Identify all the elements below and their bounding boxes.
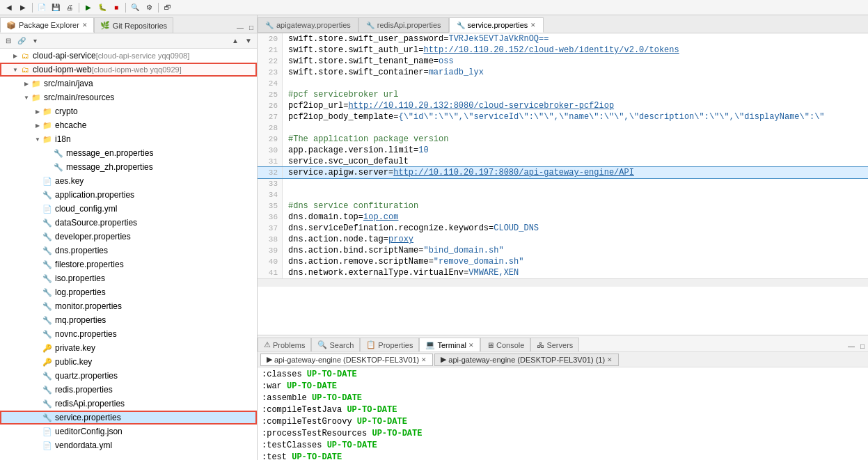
toolbar-btn-new[interactable]: 📄: [35, 1, 48, 14]
tab-problems[interactable]: ⚠ Problems: [258, 338, 311, 351]
terminal-tab-close[interactable]: ✕: [468, 342, 474, 349]
left-panel-minimize[interactable]: —: [235, 22, 246, 33]
toolbar-btn-back[interactable]: ◀: [3, 1, 15, 14]
toolbar-btn-stop[interactable]: ■: [110, 1, 123, 14]
redisapi-tab-label: redisApi.properties: [377, 21, 441, 29]
mq-label: mq.properties: [55, 315, 106, 325]
cloud-api-branch: [cloud-api-service yqq0908]: [96, 51, 190, 60]
line-content-32: service.apigw.server=http://10.110.20.19…: [283, 167, 634, 178]
link-editor-btn[interactable]: 🔗: [16, 35, 27, 47]
explorer-scroll-down[interactable]: ▼: [243, 35, 254, 47]
collapse-all-btn[interactable]: ⊟: [3, 35, 14, 47]
toolbar-btn-settings[interactable]: ⚙: [143, 1, 155, 14]
project-icon-cloud-api: 🗂: [19, 50, 31, 61]
line-num-22: 22: [258, 56, 283, 67]
tree-item-service-props[interactable]: 🔧 service.properties: [0, 411, 257, 425]
tree-item-i18n[interactable]: ▼ 📁 i18n: [0, 132, 257, 146]
terminal-tab-2[interactable]: ▶ api-gateway-engine (DESKTOP-FEL3V01) (…: [434, 354, 619, 366]
code-line-34: 34: [258, 189, 868, 200]
tab-apigateway-props[interactable]: 🔧 apigateway.properties: [258, 17, 358, 33]
file-icon-redis: 🔧: [42, 384, 53, 395]
file-icon-service-props: 🔧: [42, 412, 53, 423]
toolbar-btn-search[interactable]: 🔍: [129, 1, 141, 14]
file-icon-aes: 📄: [42, 175, 53, 187]
toolbar-btn-print[interactable]: 🖨: [63, 1, 76, 14]
tree-item-log[interactable]: 🔧 log.properties: [0, 285, 257, 299]
tree-item-datasource[interactable]: 🔧 dataSource.properties: [0, 216, 257, 230]
tree-item-novnc[interactable]: 🔧 novnc.properties: [0, 327, 257, 341]
code-line-38: 38 dns.action.node.tag=proxy: [258, 234, 868, 245]
tree-item-iso[interactable]: 🔧 iso.properties: [0, 271, 257, 285]
line-content-20: swift.store.swift_user_password=TVRJek5E…: [283, 33, 549, 45]
toolbar-btn-run[interactable]: ▶: [82, 1, 95, 14]
tree-item-monitor[interactable]: 🔧 monitor.properties: [0, 299, 257, 313]
tree-item-src-resources[interactable]: ▼ 📁 src/main/resources: [0, 90, 257, 104]
service-tab-close[interactable]: ✕: [530, 22, 536, 29]
tree-item-src-main-java[interactable]: ▶ 📁 src/main/java: [0, 77, 257, 90]
tab-package-explorer[interactable]: 📦 Package Explorer ✕: [0, 17, 94, 33]
search-icon: 🔍: [317, 340, 327, 349]
tree-item-crypto[interactable]: ▶ 📁 crypto: [0, 104, 257, 118]
arrow-src-java: ▶: [22, 81, 31, 87]
crypto-label: crypto: [55, 106, 78, 116]
tree-item-aes-key[interactable]: 📄 aes.key: [0, 174, 257, 188]
terminal-tab-2-close[interactable]: ✕: [607, 356, 613, 363]
ueditor-label: ueditorConfig.json: [55, 427, 123, 436]
tree-item-redis[interactable]: 🔧 redis.properties: [0, 383, 257, 397]
tree-item-developer[interactable]: 🔧 developer.properties: [0, 230, 257, 244]
tab-service-props[interactable]: 🔧 service.properties ✕: [449, 17, 544, 33]
tab-search[interactable]: 🔍 Search: [311, 338, 360, 351]
arrow-src-res: ▼: [22, 95, 31, 101]
explorer-scroll-up[interactable]: ▲: [230, 35, 241, 47]
explorer-menu-btn[interactable]: ▾: [29, 35, 40, 47]
file-icon-dns: 🔧: [42, 245, 53, 256]
tab-properties[interactable]: 📋 Properties: [360, 338, 419, 351]
term-line-compiletestjava: :compileTestJava UP-TO-DATE: [262, 404, 864, 416]
tree-item-cloud-api[interactable]: ▶ 🗂 cloud-api-service [cloud-api-service…: [0, 49, 257, 63]
developer-label: developer.properties: [55, 232, 131, 241]
tree-item-public-key[interactable]: 🔑 public.key: [0, 355, 257, 369]
properties-icon: 📋: [366, 340, 376, 349]
tree-item-filestore[interactable]: 🔧 filestore.properties: [0, 257, 257, 271]
tab-servers[interactable]: 🖧 Servers: [530, 338, 579, 351]
tab-redisapi-props[interactable]: 🔧 redisApi.properties: [358, 17, 449, 33]
toolbar-btn-debug[interactable]: 🐛: [96, 1, 109, 14]
tab-console[interactable]: 🖥 Console: [480, 338, 530, 351]
bottom-panel-maximize[interactable]: □: [857, 340, 868, 351]
tree-item-cloud-config[interactable]: 📄 cloud_config.yml: [0, 202, 257, 216]
tree-item-application-props[interactable]: 🔧 application.properties: [0, 188, 257, 202]
code-line-41: 41 dns.network.externalType.virtualEnv=V…: [258, 267, 868, 278]
bottom-panel-minimize[interactable]: —: [846, 340, 857, 351]
tree-item-redisapi[interactable]: 🔧 redisApi.properties: [0, 397, 257, 411]
tree-item-vendordata[interactable]: 📄 vendordata.yml: [0, 438, 257, 452]
code-editor[interactable]: 20 swift.store.swift_user_password=TVRJe…: [258, 33, 868, 335]
toolbar-btn-window[interactable]: 🗗: [161, 1, 174, 14]
tree-item-msg-en[interactable]: 🔧 message_en.properties: [0, 146, 257, 160]
tree-item-ueditor[interactable]: 📄 ueditorConfig.json: [0, 425, 257, 438]
left-panel-maximize[interactable]: □: [246, 22, 257, 33]
terminal-label: Terminal: [437, 341, 466, 349]
terminal-tab-1[interactable]: ▶ api-gateway-engine (DESKTOP-FEL3V01) ✕: [260, 354, 433, 366]
term-tc-prefix: :testClasses: [262, 441, 327, 450]
tab-terminal[interactable]: 💻 Terminal ✕: [419, 338, 480, 351]
toolbar-btn-forward[interactable]: ▶: [17, 1, 29, 14]
code-line-20: 20 swift.store.swift_user_password=TVRJe…: [258, 33, 868, 45]
tree-item-ehcache[interactable]: ▶ 📁 ehcache: [0, 118, 257, 132]
terminal-tab-1-close[interactable]: ✕: [421, 356, 427, 363]
editor-hscrollbar[interactable]: [258, 278, 868, 287]
term-ptr-status: UP-TO-DATE: [372, 429, 422, 438]
tree-item-mq[interactable]: 🔧 mq.properties: [0, 313, 257, 327]
tree-item-private-key[interactable]: 🔑 private.key: [0, 341, 257, 355]
editor-tab-bar: 🔧 apigateway.properties 🔧 redisApi.prope…: [258, 15, 868, 33]
servers-icon: 🖧: [537, 341, 544, 349]
term-tc-status: UP-TO-DATE: [327, 441, 377, 450]
tree-item-cloud-iopm[interactable]: ▼ 🗂 cloud-iopm-web [cloud-iopm-web yqq09…: [0, 63, 257, 77]
tree-item-msg-zh[interactable]: 🔧 message_zh.properties: [0, 160, 257, 174]
tree-item-dns[interactable]: 🔧 dns.properties: [0, 244, 257, 257]
tree-item-quartz[interactable]: 🔧 quartz.properties: [0, 369, 257, 383]
console-label: Console: [496, 341, 524, 349]
line-num-30: 30: [258, 145, 283, 156]
tab-package-explorer-close[interactable]: ✕: [82, 22, 88, 29]
toolbar-btn-save[interactable]: 💾: [49, 1, 62, 14]
tab-git-repositories[interactable]: 🌿 Git Repositories: [94, 17, 173, 33]
